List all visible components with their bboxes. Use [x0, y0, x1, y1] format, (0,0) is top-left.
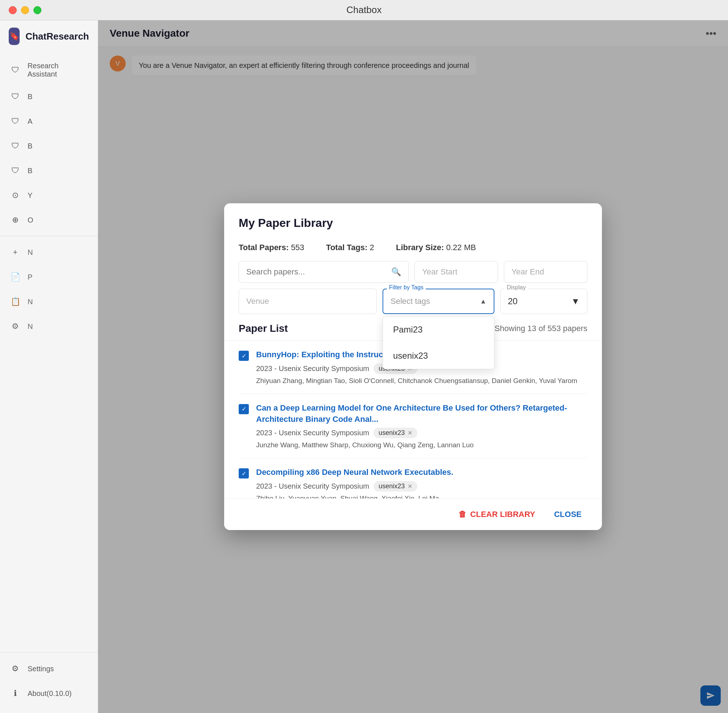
sidebar-item-6[interactable]: ⊙ Y — [0, 183, 98, 208]
paper-title-3[interactable]: Decompiling x86 Deep Neural Network Exec… — [256, 467, 587, 478]
sidebar-add-n[interactable]: + N — [0, 240, 98, 265]
close-window-button[interactable] — [9, 6, 17, 14]
sidebar-item-2[interactable]: 🛡 B — [0, 84, 98, 109]
paper-library-modal: My Paper Library Total Papers: 553 Total… — [224, 203, 602, 530]
paper-count: Showing 13 of 553 papers — [495, 324, 587, 333]
tags-container: Filter by Tags Select tags ▲ Pami23 usen… — [383, 289, 495, 314]
sidebar-add-n2[interactable]: 📋 N — [0, 289, 98, 314]
paper-venue-name-3: Usenix Security Symposium — [279, 482, 369, 490]
paper-venue-1: 2023 - Usenix Security Symposium — [256, 364, 369, 373]
sidebar-add-label: N — [28, 248, 33, 257]
sidebar-about-label: About(0.10.0) — [28, 689, 72, 698]
paper-checkbox-1[interactable]: ✓ — [239, 351, 249, 361]
paper-year-2: 2023 — [256, 429, 272, 437]
filters-row-2: Venue Filter by Tags Select tags ▲ Pami2… — [239, 289, 587, 314]
chevron-down-icon: ▼ — [571, 296, 580, 306]
paper-authors-2: Junzhe Wang, Matthew Sharp, Chuxiong Wu,… — [256, 441, 587, 449]
paper-venue-name-1: Usenix Security Symposium — [279, 364, 369, 373]
paper-year-3: 2023 — [256, 482, 272, 490]
close-label: CLOSE — [554, 510, 582, 519]
library-size-label: Library Size: — [396, 243, 444, 252]
paper-meta-3: 2023 - Usenix Security Symposium usenix2… — [256, 481, 587, 492]
paper-authors-1: Zhiyuan Zhang, Mingtian Tao, Sioli O'Con… — [256, 377, 587, 385]
sidebar-item-5[interactable]: 🛡 B — [0, 158, 98, 183]
tag-option-pami23[interactable]: Pami23 — [383, 316, 494, 343]
paper-tag-3: usenix23 ✕ — [374, 481, 417, 492]
minimize-window-button[interactable] — [21, 6, 29, 14]
search-input[interactable] — [246, 267, 387, 277]
paper-item-2: ✓ Can a Deep Learning Model for One Arch… — [239, 394, 587, 458]
sidebar-add-settings[interactable]: ⚙ N — [0, 314, 98, 339]
paper-tag-label-2: usenix23 — [378, 429, 405, 437]
venue-field[interactable]: Venue — [239, 289, 377, 314]
sidebar-divider-bottom — [0, 652, 98, 653]
modal-stats: Total Papers: 553 Total Tags: 2 Library … — [224, 237, 602, 261]
year-end-field[interactable]: Year End — [504, 261, 587, 283]
paper-year-1: 2023 — [256, 364, 272, 373]
window-title: Chatbox — [347, 4, 382, 16]
sidebar-item-3[interactable]: 🛡 A — [0, 109, 98, 134]
modal-title: My Paper Library — [239, 216, 587, 230]
year-start-field[interactable]: Year Start — [414, 261, 498, 283]
sidebar-item-label-2: B — [28, 92, 32, 101]
maximize-window-button[interactable] — [33, 6, 42, 14]
paper-authors-3: Zhibo Liu, Yuanyuan Yuan, Shuai Wang, Xi… — [256, 494, 587, 498]
sidebar-item-4[interactable]: 🛡 B — [0, 134, 98, 158]
traffic-lights[interactable] — [9, 6, 42, 14]
logo-text: ChatResearch — [25, 31, 89, 42]
tags-select[interactable]: Select tags ▲ — [383, 289, 495, 314]
total-tags-label: Total Tags: — [326, 243, 368, 252]
shield-icon-4: 🛡 — [9, 139, 22, 152]
doc-icon: 📄 — [9, 270, 22, 283]
sidebar-item-7[interactable]: ⊕ O — [0, 208, 98, 232]
sidebar-item-research-assistant[interactable]: 🛡 Research Assistant — [0, 56, 98, 84]
tags-dropdown: Pami23 usenix23 — [383, 316, 495, 369]
library-size-stat: Library Size: 0.22 MB — [396, 243, 476, 252]
shield-icon-3: 🛡 — [9, 115, 22, 128]
modal-footer: 🗑 CLEAR LIBRARY CLOSE — [224, 498, 602, 530]
total-papers-value: 553 — [291, 243, 304, 252]
sidebar-item-label-7: O — [28, 216, 33, 224]
clipboard-icon: 📋 — [9, 295, 22, 308]
clear-library-button[interactable]: 🗑 CLEAR LIBRARY — [453, 506, 541, 523]
sidebar-add-p[interactable]: 📄 P — [0, 265, 98, 289]
sidebar-settings-label: Settings — [28, 665, 54, 673]
sidebar-divider — [0, 236, 98, 236]
search-field[interactable]: 🔍 — [239, 261, 409, 283]
sidebar-item-about[interactable]: ℹ About(0.10.0) — [0, 681, 98, 706]
tag-option-usenix23[interactable]: usenix23 — [383, 343, 494, 369]
paper-venue-3: 2023 - Usenix Security Symposium — [256, 482, 369, 491]
paper-venue-2: 2023 - Usenix Security Symposium — [256, 429, 369, 437]
sidebar-item-label-6: Y — [28, 191, 32, 200]
paper-tag-2: usenix23 ✕ — [374, 428, 417, 438]
tag-remove-button-3[interactable]: ✕ — [408, 483, 412, 490]
sidebar-item-settings[interactable]: ⚙ Settings — [0, 656, 98, 681]
paper-title-2[interactable]: Can a Deep Learning Model for One Archit… — [256, 403, 587, 425]
add-icon: + — [9, 246, 22, 259]
filters-row-1: 🔍 Year Start Year End — [239, 261, 587, 283]
paper-checkbox-2[interactable]: ✓ — [239, 404, 249, 414]
clear-library-label: CLEAR LIBRARY — [470, 510, 535, 519]
display-select[interactable]: 20 ▼ — [500, 289, 587, 314]
modal-header: My Paper Library — [224, 203, 602, 237]
paper-checkbox-3[interactable]: ✓ — [239, 468, 249, 479]
total-papers-stat: Total Papers: 553 — [239, 243, 304, 252]
year-end-label: Year End — [511, 267, 544, 277]
sidebar-add-label-4: N — [28, 322, 33, 331]
trash-icon: 🗑 — [459, 510, 466, 519]
settings-icon: ⚙ — [9, 662, 22, 675]
sidebar-item-label: Research Assistant — [28, 62, 89, 78]
sidebar-add-label-2: P — [28, 273, 32, 281]
info-icon: ℹ — [9, 687, 22, 700]
close-modal-button[interactable]: CLOSE — [548, 506, 587, 523]
tag-remove-button-2[interactable]: ✕ — [408, 430, 412, 436]
total-tags-value: 2 — [370, 243, 374, 252]
paper-venue-name-2: Usenix Security Symposium — [279, 429, 369, 437]
sidebar-item-label-4: B — [28, 142, 32, 150]
chevron-up-icon: ▲ — [480, 298, 486, 305]
shield-icon: 🛡 — [9, 64, 22, 77]
paper-content-2: Can a Deep Learning Model for One Archit… — [256, 403, 587, 449]
gear-icon: ⚙ — [9, 320, 22, 333]
sidebar-bottom: ⚙ Settings ℹ About(0.10.0) — [0, 649, 98, 706]
total-tags-stat: Total Tags: 2 — [326, 243, 374, 252]
